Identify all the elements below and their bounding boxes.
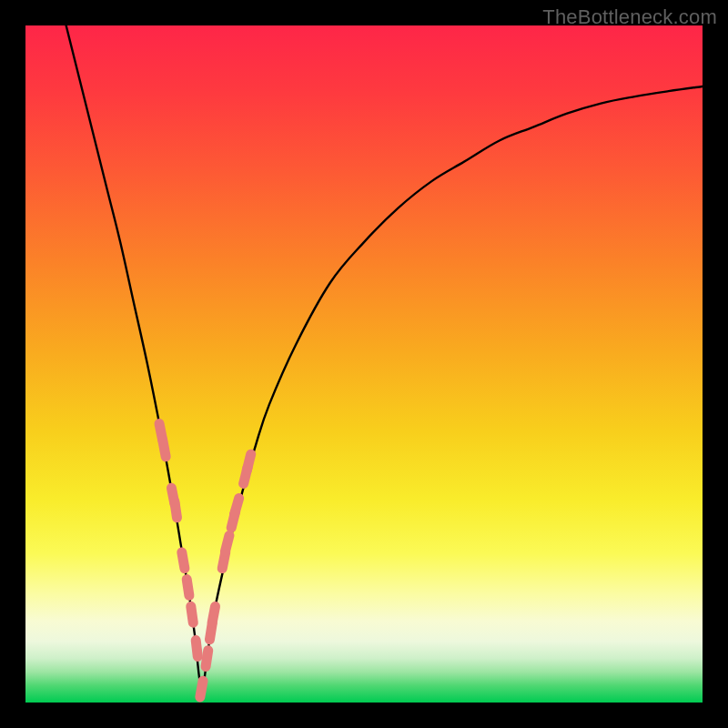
marker-capsule xyxy=(182,552,185,569)
marker-capsule xyxy=(247,454,250,470)
marker-capsule xyxy=(235,499,239,514)
marker-capsule xyxy=(225,535,228,551)
bottleneck-curve xyxy=(66,25,703,689)
plot-area xyxy=(25,25,703,703)
watermark-text: TheBottleneck.com xyxy=(542,5,717,29)
marker-capsule xyxy=(196,641,197,657)
marker-group xyxy=(159,424,251,697)
marker-capsule xyxy=(206,651,208,667)
marker-capsule xyxy=(191,606,193,622)
marker-capsule xyxy=(212,606,215,622)
marker-capsule xyxy=(187,580,189,596)
marker-capsule xyxy=(163,440,166,457)
marker-capsule xyxy=(200,681,203,697)
curve-layer xyxy=(25,25,703,703)
marker-capsule xyxy=(175,501,177,518)
